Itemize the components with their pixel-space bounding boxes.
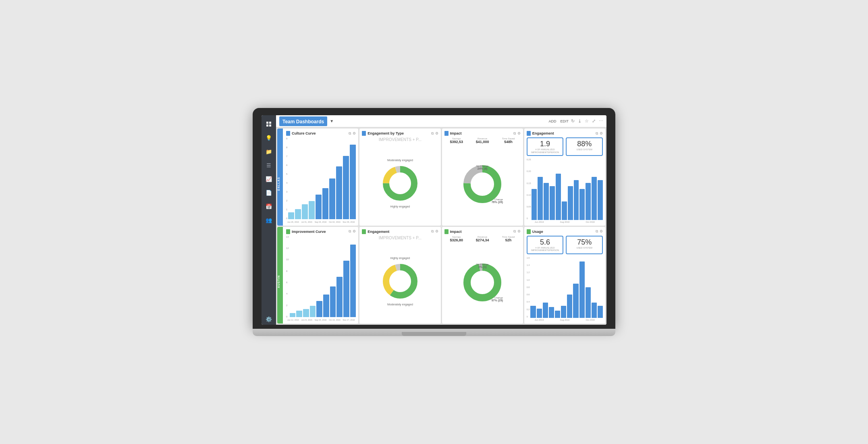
laptop-base-notch	[402, 332, 466, 336]
row-label-austin: AUSTIN	[277, 275, 280, 288]
screen-bezel: 💡 📁 ☰ 📈 📄 📅 👥 ⚙️ Team Dashboards ▼	[253, 108, 615, 329]
usage-chart-area-austin: 1.61.41.21.00.80.60.40.20	[527, 257, 603, 318]
sidebar-icon-settings[interactable]: ⚙️	[263, 313, 274, 325]
donut-label-moderately-austin: Moderately engaged	[387, 303, 413, 306]
metric-label-1-dallas: # OF ANNUALIZEDIMPROVEMENTS/PERSON	[530, 148, 561, 154]
widget-header-engtype: Engagement by Type ⧉ ⚙	[362, 131, 438, 136]
sidebar-icon-chart[interactable]: 📈	[263, 173, 274, 185]
gear-icon-eng-dallas[interactable]: ⚙	[600, 131, 603, 136]
svg-rect-2	[266, 124, 268, 127]
widget-actions-eng-dallas: ⧉ ⚙	[596, 131, 603, 136]
sidebar-icon-lightbulb[interactable]: 💡	[263, 132, 274, 143]
widget-impact-dallas: Impact ⧉ ⚙ Savings $392,53	[442, 129, 523, 226]
copy-icon-impact-austin[interactable]: ⧉	[513, 229, 516, 234]
widget-culture-curve-dallas: DALLAS Culture Curve ⧉ ⚙	[277, 129, 358, 226]
donut-label-moderately: Moderately engaged	[387, 159, 413, 162]
time-value-austin: 52h	[496, 238, 520, 242]
sidebar-icon-doc[interactable]: 📄	[263, 187, 274, 198]
impact-donut-austin: No Change3% (1) Change97% (29)	[460, 261, 505, 303]
sidebar-icon-grid[interactable]	[263, 118, 274, 130]
gear-icon-impact-dallas[interactable]: ⚙	[517, 131, 521, 136]
donut-dallas: Moderately engaged Highly engaged	[362, 143, 438, 223]
download-icon[interactable]: ⤓	[578, 118, 581, 124]
widget-title-impcurve: Improvement Curve	[292, 230, 347, 234]
impact-stat-savings-austin: Savings $326,80	[444, 236, 469, 242]
change-label-dallas: Change76% (26)	[492, 198, 503, 203]
laptop-container: 💡 📁 ☰ 📈 📄 📅 👥 ⚙️ Team Dashboards ▼	[253, 108, 615, 336]
main-content: Team Dashboards ▼ ADD EDIT ↻ ⤓ ☆ ⤢ ⋯	[276, 115, 606, 325]
donut-chart-dallas	[380, 163, 420, 203]
sidebar-icon-list[interactable]: ☰	[263, 160, 274, 171]
metric-value-2-austin: 75%	[569, 238, 600, 247]
widget-doc-icon-impact-austin	[444, 229, 449, 234]
topbar: Team Dashboards ▼ ADD EDIT ↻ ⤓ ☆ ⤢ ⋯	[276, 115, 606, 127]
time-value: 548h	[496, 140, 520, 144]
svg-point-14	[391, 272, 409, 290]
widget-header-culture: Culture Curve ⧉ ⚙	[286, 131, 356, 136]
culture-curve-content: Culture Curve ⧉ ⚙ 9876543210	[286, 131, 356, 223]
sidebar-icon-people[interactable]: 👥	[263, 214, 274, 226]
widget-doc-icon-usage-austin	[527, 229, 531, 234]
gear-icon[interactable]: ⚙	[353, 131, 356, 136]
row-label-blue: DALLAS	[277, 129, 283, 226]
widget-title-eng-dallas: Engagement	[532, 131, 594, 135]
sidebar-icon-calendar[interactable]: 📅	[263, 201, 274, 212]
eng-x-labels-dallas: Jun 2016Aug 2016Oct 2016	[527, 221, 603, 223]
eng-y-axis-dallas: 0.250.200.150.100.050	[527, 158, 531, 220]
row-label-green: AUSTIN	[277, 227, 283, 324]
copy-icon-impcurve[interactable]: ⧉	[349, 229, 351, 234]
refresh-icon[interactable]: ↻	[571, 118, 575, 124]
more-icon[interactable]: ⋯	[599, 118, 603, 124]
gear-icon-engtype[interactable]: ⚙	[435, 131, 438, 136]
impact-stats-austin: Savings $326,80 Revenue $274,34 Time Sav…	[444, 236, 521, 242]
bar-chart-impcurve	[290, 236, 356, 318]
copy-icon-impact-dallas[interactable]: ⧉	[513, 131, 516, 136]
svg-rect-3	[269, 124, 271, 127]
donut-label-highly-austin: Highly engaged	[390, 257, 410, 259]
widget-engagement-dallas: Engagement ⧉ ⚙ 1.9 # OF ANNUALIZEDIMPROV…	[524, 129, 605, 226]
star-icon[interactable]: ☆	[585, 118, 589, 124]
usage-metrics-austin: 5.6 # OF ANNUALIZEDIMPROVEMENTS/PERSON 7…	[527, 236, 603, 254]
copy-icon-eng-dallas[interactable]: ⧉	[596, 131, 598, 136]
impact-stat-time-austin: Time Saved 52h	[496, 236, 520, 242]
eng-bars-dallas	[532, 158, 603, 220]
impact-donut-dallas: No Change24% (8) Change76% (26)	[460, 163, 505, 205]
bar-chart-culture	[288, 137, 356, 220]
edit-button[interactable]: EDIT	[560, 119, 569, 123]
widget-title-eng-austin: Engagement	[368, 230, 429, 234]
improvements-text-dallas: IMPROVEMENTS + P...	[362, 137, 438, 142]
widget-actions: ⧉ ⚙	[349, 131, 356, 136]
chart-wrap-impcurve: 14121086420	[286, 236, 356, 322]
copy-icon-eng-austin[interactable]: ⧉	[431, 229, 434, 234]
sidebar-icon-folder[interactable]: 📁	[263, 146, 274, 157]
gear-icon-impcurve[interactable]: ⚙	[353, 229, 356, 234]
copy-icon-usage-austin[interactable]: ⧉	[596, 229, 598, 234]
metric-value-2-dallas: 88%	[569, 140, 600, 148]
impact-stats-dallas: Savings $392,53 Revenue $41,000 Time Sav…	[444, 137, 521, 144]
copy-icon-engtype[interactable]: ⧉	[431, 131, 434, 136]
topbar-dropdown-icon[interactable]: ▼	[330, 119, 334, 123]
metric-label-2-dallas: USED SYSTEM	[569, 148, 600, 151]
metric-label-1-austin: # OF ANNUALIZEDIMPROVEMENTS/PERSON	[530, 247, 561, 252]
usage-x-labels-austin: Jun 2016Aug 2016Oct 2016	[527, 319, 603, 321]
svg-rect-0	[266, 122, 268, 124]
gear-icon-usage-austin[interactable]: ⚙	[600, 229, 603, 234]
revenue-value: $41,000	[470, 140, 494, 144]
eng-chart-area-dallas: 0.250.200.150.100.050	[527, 158, 603, 220]
copy-icon[interactable]: ⧉	[349, 131, 351, 136]
gear-icon-impact-austin[interactable]: ⚙	[517, 229, 521, 234]
metric-box-improvements-dallas: 1.9 # OF ANNUALIZEDIMPROVEMENTS/PERSON	[527, 137, 564, 156]
widget-title-impact-austin: Impact	[450, 230, 512, 234]
savings-value-austin: $326,80	[444, 238, 469, 242]
widget-doc-icon-eng-dallas	[527, 131, 531, 136]
x-axis-culture: Jun 26, 2016 Jul 31, 2016 Sep 04, 2016 O…	[286, 221, 356, 223]
widget-actions-impact-austin: ⧉ ⚙	[513, 229, 521, 234]
metric-box-usage-austin: 75% USED SYSTEM	[566, 236, 603, 254]
widget-doc-icon-impcurve	[286, 229, 290, 234]
metric-value-1-dallas: 1.9	[530, 140, 561, 148]
expand-icon[interactable]: ⤢	[592, 118, 596, 124]
savings-value: $392,53	[444, 140, 469, 144]
add-button[interactable]: ADD	[548, 119, 556, 123]
gear-icon-eng-austin[interactable]: ⚙	[435, 229, 438, 234]
widget-header-usage-austin: Usage ⧉ ⚙	[527, 229, 603, 234]
